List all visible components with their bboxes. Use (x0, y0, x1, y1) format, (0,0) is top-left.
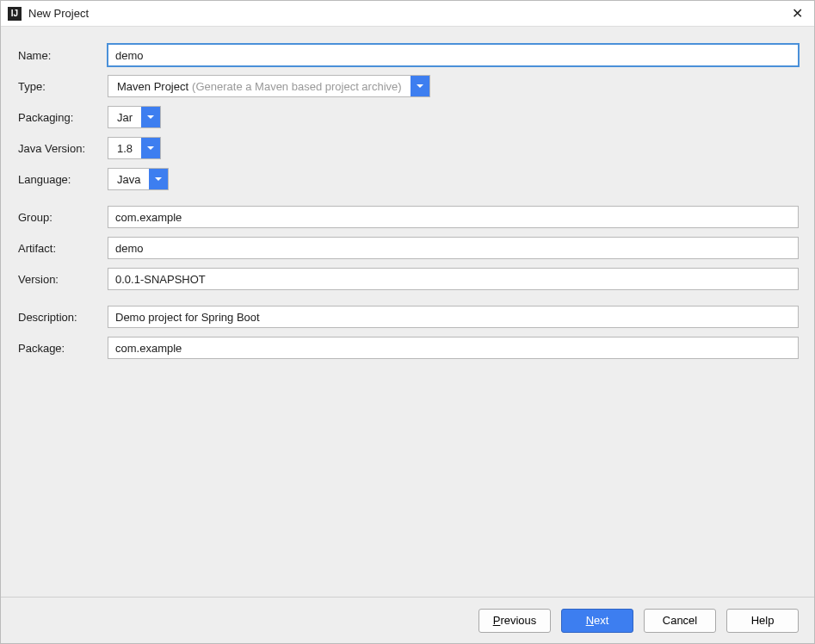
chevron-down-icon[interactable] (141, 107, 160, 127)
version-input[interactable] (108, 268, 799, 290)
artifact-input[interactable] (108, 237, 799, 259)
dialog-footer: Previous Next Cancel Help (1, 597, 814, 643)
language-value: Java (117, 173, 140, 186)
group-label: Group: (18, 211, 108, 224)
description-input[interactable] (108, 306, 799, 328)
packaging-value: Jar (117, 111, 133, 124)
titlebar: IJ New Project ✕ (1, 1, 814, 27)
java-version-combo[interactable]: 1.8 (108, 137, 161, 159)
next-button[interactable]: Next (561, 609, 633, 633)
name-label: Name: (18, 49, 108, 62)
language-label: Language: (18, 173, 108, 186)
dialog-content: Name: Type: Maven Project (Generate a Ma… (1, 27, 814, 597)
type-hint: (Generate a Maven based project archive) (192, 80, 402, 93)
version-label: Version: (18, 273, 108, 286)
artifact-label: Artifact: (18, 242, 108, 255)
type-combo[interactable]: Maven Project (Generate a Maven based pr… (108, 75, 430, 97)
description-label: Description: (18, 311, 108, 324)
close-icon[interactable]: ✕ (787, 5, 807, 22)
name-input[interactable] (108, 44, 799, 66)
chevron-down-icon[interactable] (141, 138, 160, 158)
language-combo[interactable]: Java (108, 168, 169, 190)
chevron-down-icon[interactable] (411, 76, 429, 96)
help-button[interactable]: Help (726, 609, 799, 633)
window-title: New Project (28, 7, 89, 20)
cancel-button[interactable]: Cancel (644, 609, 716, 633)
previous-button[interactable]: Previous (479, 609, 551, 633)
java-version-label: Java Version: (18, 142, 108, 155)
java-version-value: 1.8 (117, 142, 133, 155)
packaging-combo[interactable]: Jar (108, 106, 161, 128)
group-input[interactable] (108, 206, 799, 228)
type-label: Type: (18, 80, 108, 93)
packaging-label: Packaging: (18, 111, 108, 124)
package-input[interactable] (108, 337, 799, 359)
package-label: Package: (18, 342, 108, 355)
type-value: Maven Project (117, 80, 188, 93)
chevron-down-icon[interactable] (149, 169, 168, 189)
app-icon: IJ (8, 7, 22, 21)
